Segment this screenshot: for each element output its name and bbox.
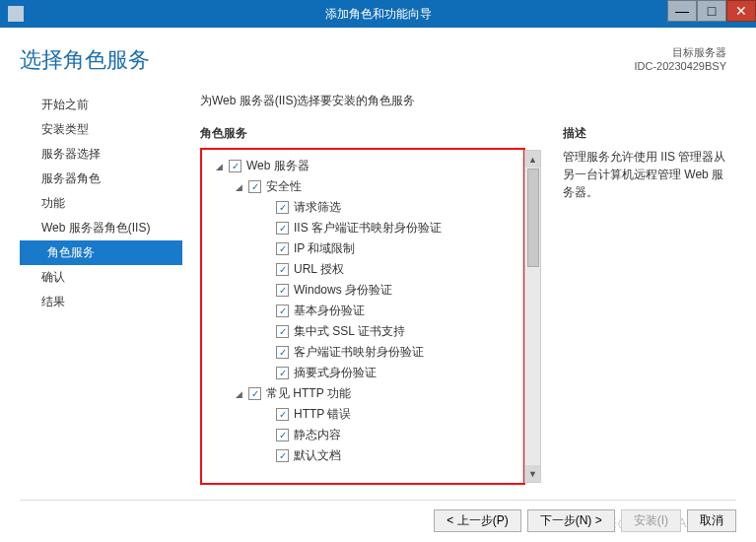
target-label: 目标服务器 bbox=[634, 45, 726, 60]
nav-item[interactable]: 服务器选择 bbox=[20, 142, 182, 167]
tree-node[interactable]: 静态内容 bbox=[206, 425, 519, 445]
tree-node[interactable]: IP 和域限制 bbox=[206, 238, 519, 259]
nav-item[interactable]: 安装类型 bbox=[20, 117, 182, 142]
tree-node[interactable]: IIS 客户端证书映射身份验证 bbox=[206, 218, 519, 238]
tree-node[interactable]: HTTP 错误 bbox=[206, 404, 519, 425]
scroll-up-icon[interactable]: ▲ bbox=[525, 151, 540, 168]
tree-node[interactable]: ◢安全性 bbox=[206, 176, 519, 197]
expand-icon bbox=[261, 326, 272, 337]
tree-node-label: 客户端证书映射身份验证 bbox=[294, 344, 424, 361]
nav-item[interactable]: 开始之前 bbox=[20, 93, 182, 117]
tree-node-label: 摘要式身份验证 bbox=[294, 365, 377, 381]
nav-item[interactable]: Web 服务器角色(IIS) bbox=[20, 216, 182, 240]
window-title: 添加角色和功能向导 bbox=[325, 6, 432, 23]
previous-button[interactable]: < 上一步(P) bbox=[434, 509, 520, 532]
checkbox[interactable] bbox=[276, 346, 289, 359]
checkbox[interactable] bbox=[276, 408, 289, 421]
expand-icon bbox=[261, 430, 272, 440]
tree-node[interactable]: 集中式 SSL 证书支持 bbox=[206, 321, 519, 342]
nav-item[interactable]: 功能 bbox=[20, 191, 182, 216]
tree-node-label: IP 和域限制 bbox=[294, 240, 355, 257]
tree-node[interactable]: 默认文档 bbox=[206, 445, 519, 466]
target-server-info: 目标服务器 IDC-20230429BSY bbox=[634, 45, 726, 72]
page-header: 选择角色服务 目标服务器 IDC-20230429BSY bbox=[0, 28, 756, 85]
description-panel: 描述 管理服务允许使用 IIS 管理器从另一台计算机远程管理 Web 服务器。 bbox=[563, 125, 730, 485]
checkbox[interactable] bbox=[276, 263, 289, 276]
scroll-thumb[interactable] bbox=[527, 169, 539, 267]
expand-icon[interactable]: ◢ bbox=[234, 388, 244, 399]
expand-icon bbox=[261, 243, 272, 254]
nav-item[interactable]: 确认 bbox=[20, 265, 182, 290]
tree-node-label: Web 服务器 bbox=[246, 158, 309, 174]
expand-icon bbox=[261, 368, 272, 378]
checkbox[interactable] bbox=[276, 201, 289, 214]
tree-node[interactable]: URL 授权 bbox=[206, 259, 519, 280]
expand-icon bbox=[261, 305, 272, 316]
install-button: 安装(I) bbox=[621, 509, 681, 532]
checkbox[interactable] bbox=[276, 284, 289, 297]
expand-icon bbox=[261, 409, 272, 420]
wizard-nav: 开始之前安装类型服务器选择服务器角色功能Web 服务器角色(IIS)角色服务确认… bbox=[20, 85, 182, 485]
app-icon bbox=[8, 6, 24, 22]
checkbox[interactable] bbox=[276, 429, 289, 441]
checkbox[interactable] bbox=[248, 180, 261, 193]
description-text: 管理服务允许使用 IIS 管理器从另一台计算机远程管理 Web 服务器。 bbox=[563, 148, 730, 201]
content-area: 开始之前安装类型服务器选择服务器角色功能Web 服务器角色(IIS)角色服务确认… bbox=[0, 85, 756, 485]
tree-node-label: HTTP 错误 bbox=[294, 406, 351, 423]
cancel-button[interactable]: 取消 bbox=[687, 509, 736, 532]
checkbox[interactable] bbox=[276, 305, 289, 317]
expand-icon bbox=[261, 223, 272, 234]
tree-node-label: IIS 客户端证书映射身份验证 bbox=[294, 220, 442, 237]
tree-node-label: 集中式 SSL 证书支持 bbox=[294, 323, 405, 340]
tree-node[interactable]: 客户端证书映射身份验证 bbox=[206, 342, 519, 363]
tree-node[interactable]: 基本身份验证 bbox=[206, 301, 519, 321]
expand-icon bbox=[261, 202, 272, 213]
main-panel: 为Web 服务器(IIS)选择要安装的角色服务 角色服务 ◢Web 服务器◢安全… bbox=[182, 85, 736, 485]
scroll-down-icon[interactable]: ▼ bbox=[525, 465, 540, 482]
nav-item[interactable]: 角色服务 bbox=[20, 240, 182, 265]
expand-icon bbox=[261, 347, 272, 358]
close-button[interactable]: ✕ bbox=[726, 0, 756, 22]
footer-separator bbox=[20, 500, 736, 501]
tree-node[interactable]: 请求筛选 bbox=[206, 197, 519, 218]
window-controls: — □ ✕ bbox=[667, 0, 756, 22]
wizard-footer: < 上一步(P) 下一步(N) > 安装(I) 取消 bbox=[434, 509, 736, 532]
tree-node[interactable]: ◢Web 服务器 bbox=[206, 156, 519, 176]
nav-item[interactable]: 结果 bbox=[20, 290, 182, 314]
tree-node-label: 安全性 bbox=[266, 178, 302, 195]
next-button[interactable]: 下一步(N) > bbox=[527, 509, 615, 532]
instruction-text: 为Web 服务器(IIS)选择要安装的角色服务 bbox=[200, 93, 736, 109]
tree-node-label: URL 授权 bbox=[294, 261, 344, 278]
tree-node[interactable]: ◢常见 HTTP 功能 bbox=[206, 383, 519, 404]
maximize-button[interactable]: □ bbox=[697, 0, 726, 22]
target-value: IDC-20230429BSY bbox=[634, 60, 726, 72]
tree-node[interactable]: Windows 身份验证 bbox=[206, 280, 519, 301]
expand-icon bbox=[261, 450, 272, 461]
checkbox[interactable] bbox=[229, 160, 241, 172]
role-tree[interactable]: ◢Web 服务器◢安全性请求筛选IIS 客户端证书映射身份验证IP 和域限制UR… bbox=[202, 150, 523, 483]
expand-icon[interactable]: ◢ bbox=[234, 181, 244, 192]
checkbox[interactable] bbox=[276, 222, 289, 235]
checkbox[interactable] bbox=[276, 325, 289, 338]
tree-node-label: 默认文档 bbox=[294, 447, 341, 464]
tree-node-label: 常见 HTTP 功能 bbox=[266, 385, 351, 402]
expand-icon[interactable]: ◢ bbox=[214, 161, 225, 171]
tree-node-label: 基本身份验证 bbox=[294, 303, 365, 319]
tree-container: ◢Web 服务器◢安全性请求筛选IIS 客户端证书映射身份验证IP 和域限制UR… bbox=[200, 148, 525, 485]
tree-panel-header: 角色服务 bbox=[200, 125, 525, 142]
panels: 角色服务 ◢Web 服务器◢安全性请求筛选IIS 客户端证书映射身份验证IP 和… bbox=[200, 125, 736, 485]
titlebar: 添加角色和功能向导 — □ ✕ bbox=[0, 0, 756, 28]
expand-icon bbox=[261, 285, 272, 296]
tree-node[interactable]: 摘要式身份验证 bbox=[206, 363, 519, 383]
minimize-button[interactable]: — bbox=[667, 0, 697, 22]
checkbox[interactable] bbox=[276, 449, 289, 462]
checkbox[interactable] bbox=[276, 367, 289, 379]
expand-icon bbox=[261, 264, 272, 275]
checkbox[interactable] bbox=[248, 387, 261, 400]
desc-panel-header: 描述 bbox=[563, 125, 730, 142]
nav-item[interactable]: 服务器角色 bbox=[20, 167, 182, 191]
role-services-panel: 角色服务 ◢Web 服务器◢安全性请求筛选IIS 客户端证书映射身份验证IP 和… bbox=[200, 125, 525, 485]
tree-node-label: 请求筛选 bbox=[294, 199, 341, 216]
checkbox[interactable] bbox=[276, 242, 289, 255]
scrollbar[interactable]: ▲ ▼ bbox=[524, 150, 541, 483]
